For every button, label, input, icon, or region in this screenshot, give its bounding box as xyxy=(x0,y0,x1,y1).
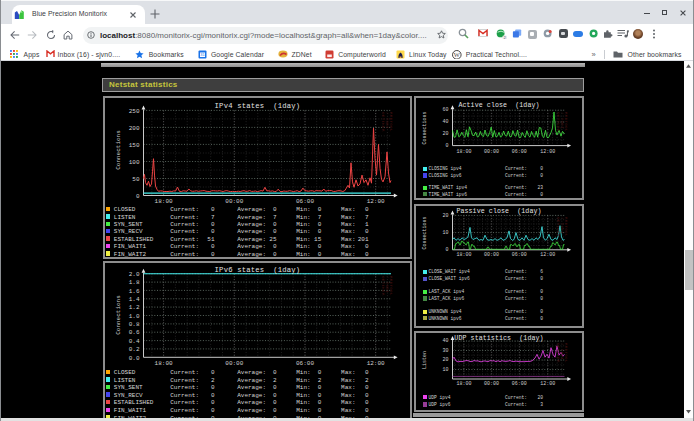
svg-text:31: 31 xyxy=(200,52,205,57)
svg-text:W: W xyxy=(454,51,461,58)
svg-text:2: 2 xyxy=(503,36,505,39)
